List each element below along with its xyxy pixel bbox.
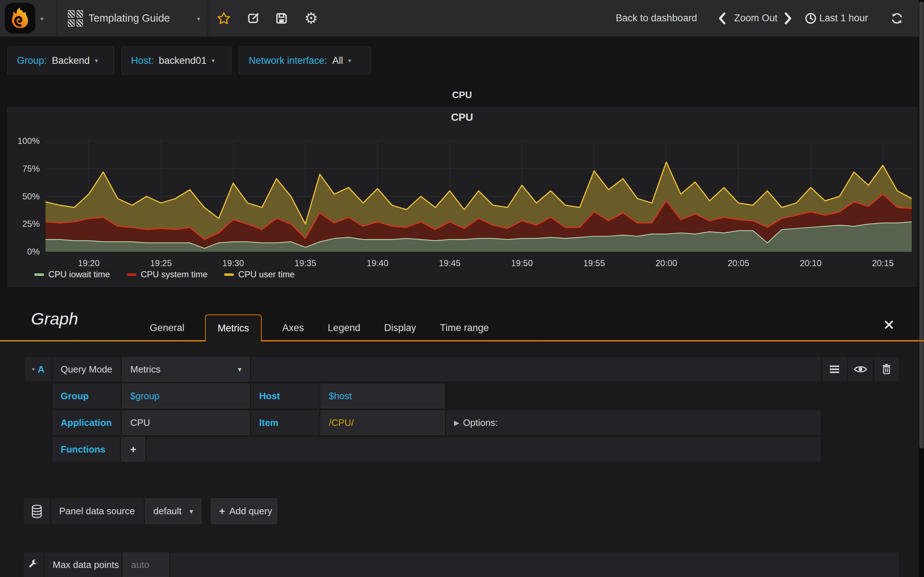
grafana-dashboard-edit-screen: ▾ Templating Guide ▾ ⚙ Back to dashboard (0, 0, 924, 577)
application-field-input[interactable]: CPU (122, 410, 250, 435)
svg-text:20:00: 20:00 (656, 258, 677, 268)
query-row-filler (251, 357, 821, 382)
svg-text:0%: 0% (27, 247, 40, 256)
panel-datasource-label: Panel data source (51, 498, 144, 524)
chevron-down-icon: ▾ (238, 365, 241, 374)
variable-host[interactable]: Host: backend01 ▾ (121, 47, 232, 75)
max-data-points-input[interactable]: auto (123, 553, 169, 577)
svg-text:19:45: 19:45 (439, 258, 460, 268)
query-ref-cell[interactable]: ▾ A (25, 357, 51, 382)
save-button[interactable] (271, 0, 292, 36)
back-to-dashboard-button[interactable]: Back to dashboard (616, 0, 697, 36)
svg-text:20:15: 20:15 (872, 258, 894, 268)
cpu-stacked-area-chart[interactable]: 0%25%50%75%100%19:2019:2519:3019:3519:40… (11, 129, 914, 271)
dashboard-title-caret-icon[interactable]: ▾ (197, 15, 200, 23)
group-field-input[interactable]: $group (122, 384, 250, 408)
dashboard-grid-icon (68, 10, 83, 27)
svg-text:19:30: 19:30 (222, 258, 244, 268)
variable-group-label: Group: (17, 55, 47, 66)
collapse-caret-icon: ▾ (32, 366, 35, 372)
svg-text:19:55: 19:55 (583, 258, 605, 268)
tab-general[interactable]: General (138, 314, 196, 342)
svg-text:100%: 100% (18, 136, 40, 146)
chevron-down-icon: ▾ (95, 57, 98, 64)
legend-item-system[interactable]: CPU system time (127, 269, 208, 279)
star-icon (218, 13, 229, 23)
svg-text:25%: 25% (23, 219, 40, 229)
query-menu-button[interactable] (822, 357, 847, 382)
svg-text:19:40: 19:40 (367, 258, 388, 268)
star-button[interactable] (213, 0, 234, 36)
settings-button[interactable]: ⚙ (300, 0, 322, 36)
host-field-input[interactable]: $host (320, 384, 445, 408)
max-data-points-label: Max data points (45, 553, 121, 577)
svg-text:19:20: 19:20 (78, 258, 100, 268)
legend-swatch-user (224, 273, 234, 276)
svg-text:75%: 75% (23, 164, 40, 174)
svg-text:50%: 50% (23, 192, 40, 201)
share-icon (247, 11, 260, 25)
options-label: Options: (463, 417, 498, 429)
time-back-button[interactable] (715, 0, 729, 36)
chevron-down-icon: ▾ (348, 57, 352, 64)
grafana-flame-icon (8, 6, 32, 30)
legend-label-system: CPU system time (141, 269, 208, 279)
chevron-down-icon: ▾ (212, 57, 215, 64)
time-range-label[interactable]: Last 1 hour (819, 0, 868, 36)
navbar-divider (57, 0, 57, 36)
chart-legend: CPU iowait time CPU system time CPU user… (34, 269, 294, 279)
tab-time-range[interactable]: Time range (428, 314, 501, 342)
item-field-input[interactable]: /CPU/ (320, 410, 445, 435)
query-mode-select[interactable]: Metrics ▾ (122, 357, 250, 382)
options-toggle[interactable]: ▶ Options: (446, 410, 821, 435)
share-button[interactable] (242, 0, 264, 36)
variable-host-label: Host: (131, 55, 154, 66)
query-toggle-visibility-button[interactable] (848, 357, 873, 382)
chevron-down-icon: ▾ (189, 507, 193, 516)
dashboard-title[interactable]: Templating Guide (89, 0, 170, 36)
variable-host-value: backend01 (159, 55, 207, 66)
time-picker-button[interactable] (803, 0, 818, 36)
triangle-right-icon: ▶ (454, 419, 459, 427)
wrench-icon (28, 559, 39, 570)
tab-metrics[interactable]: Metrics (205, 314, 262, 342)
svg-text:19:35: 19:35 (294, 258, 316, 268)
svg-text:19:25: 19:25 (150, 258, 172, 268)
query-ref-letter: A (37, 364, 44, 375)
navbar-divider (208, 0, 208, 36)
navbar: ▾ Templating Guide ▾ ⚙ Back to dashboard (0, 0, 924, 37)
tab-axes[interactable]: Axes (270, 314, 316, 342)
legend-swatch-system (127, 273, 136, 276)
datasource-icon-cell (24, 498, 50, 524)
svg-text:20:05: 20:05 (728, 258, 749, 268)
time-forward-button[interactable] (781, 0, 795, 36)
refresh-button[interactable] (886, 0, 908, 36)
tab-legend[interactable]: Legend (316, 314, 372, 342)
legend-label-user: CPU user time (238, 269, 294, 279)
advanced-options-icon-cell (24, 553, 43, 577)
panel-datasource-value: default (153, 506, 181, 517)
variable-netif[interactable]: Network interface: All ▾ (239, 47, 371, 75)
scrollbar-thumb[interactable] (919, 2, 924, 449)
variable-group-value: Backend (52, 55, 90, 66)
graph-title[interactable]: CPU (8, 111, 916, 123)
variable-group[interactable]: Group: Backend ▾ (7, 47, 114, 75)
legend-item-iowait[interactable]: CPU iowait time (34, 269, 110, 279)
panel-datasource-select[interactable]: default ▾ (145, 498, 201, 524)
tab-display[interactable]: Display (372, 314, 428, 342)
query-mode-value: Metrics (130, 364, 161, 375)
svg-text:19:50: 19:50 (511, 258, 533, 268)
add-query-button[interactable]: + Add query (211, 498, 277, 524)
grafana-logo[interactable] (5, 3, 36, 34)
svg-text:20:10: 20:10 (800, 258, 822, 268)
panel-header-title[interactable]: CPU (0, 89, 924, 101)
zoom-out-button[interactable]: Zoom Out (734, 0, 777, 36)
legend-label-iowait: CPU iowait time (48, 269, 110, 279)
add-function-button[interactable]: + (121, 437, 145, 462)
query-delete-button[interactable] (874, 357, 899, 382)
group-field-label: Group (53, 384, 121, 408)
org-switcher-caret-icon[interactable]: ▾ (40, 15, 44, 23)
legend-item-user[interactable]: CPU user time (224, 269, 294, 279)
refresh-icon (890, 11, 904, 25)
close-editor-button[interactable]: ✕ (883, 317, 895, 333)
